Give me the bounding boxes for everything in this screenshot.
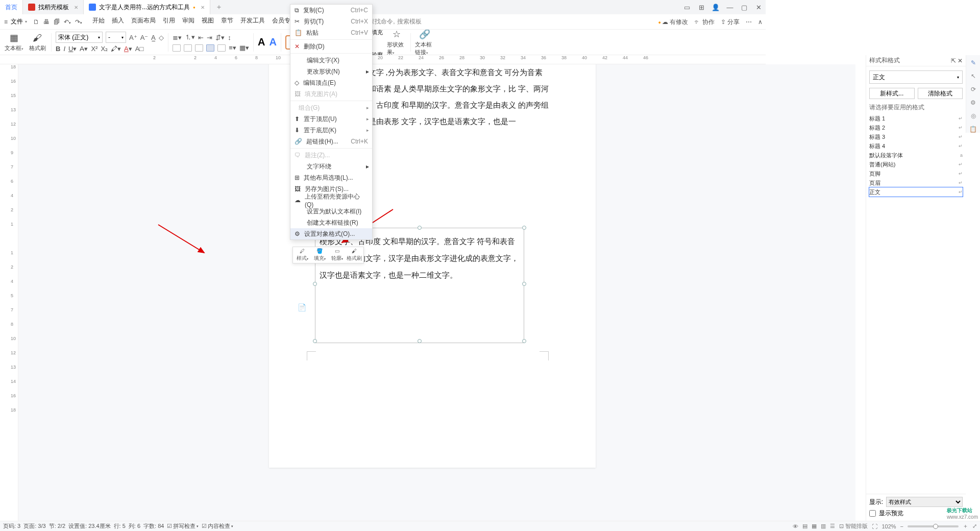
text-black-a[interactable]: A	[258, 36, 265, 48]
ctx-edit-vertex[interactable]: ◇编辑顶点(E)	[290, 77, 372, 88]
paste-icon: 📋	[295, 29, 302, 36]
layout-icon[interactable]: ▭	[682, 4, 692, 11]
undo-icon[interactable]: ↶▾	[64, 18, 71, 26]
align-center[interactable]	[184, 44, 192, 52]
indent-dec[interactable]: ⇤	[198, 34, 204, 41]
handle-ml[interactable]	[313, 282, 317, 286]
ctx-upload[interactable]: ☁上传至稻壳资源中心(Q)	[290, 195, 372, 206]
text-dir[interactable]: ⇵▾	[215, 34, 225, 41]
search-cmd[interactable]: 查找命令,	[369, 17, 395, 26]
maximize-icon[interactable]: ▢	[739, 4, 749, 11]
ctx-format[interactable]: ⚙设置对象格式(O)...	[290, 228, 372, 239]
underline[interactable]: U▾	[68, 45, 77, 53]
font-select[interactable]: 宋体 (正文)▾	[56, 32, 103, 43]
file-menu[interactable]: 文件▾	[11, 17, 27, 26]
minimize-icon[interactable]: —	[725, 4, 735, 11]
align-dist[interactable]	[217, 44, 226, 52]
print-icon[interactable]: 🖶	[43, 18, 50, 26]
tab-document[interactable]: 文字是人类用符...远的方式和工具●✕	[84, 0, 210, 14]
handle-tr[interactable]	[522, 226, 526, 230]
avatar-icon[interactable]: 👤	[710, 4, 721, 11]
ctx-paste[interactable]: 📋粘贴Ctrl+V	[290, 27, 372, 38]
menu-start[interactable]: 开始	[92, 16, 105, 27]
menu-layout[interactable]: 页面布局	[131, 16, 156, 27]
mini-style[interactable]: 🖊样式▾	[294, 248, 310, 262]
handle-mr[interactable]	[522, 282, 526, 286]
tab-home[interactable]: 首页	[0, 0, 23, 14]
subscript[interactable]: X₂	[101, 45, 108, 53]
shrink-font[interactable]: A⁻	[140, 34, 149, 41]
ctx-bottom[interactable]: ⬇置于底层(K)▸	[290, 125, 372, 136]
bullets[interactable]: ≣▾	[173, 34, 182, 41]
bold[interactable]: B	[56, 45, 60, 53]
highlight[interactable]: 🖍▾	[111, 45, 121, 53]
close-icon[interactable]: ✕	[74, 5, 78, 10]
cut-icon: ✂	[295, 18, 300, 25]
grid-icon[interactable]: ⊞	[696, 4, 706, 11]
menu-dev[interactable]: 开发工具	[240, 16, 265, 27]
search-tpl[interactable]: 搜索模板	[397, 17, 422, 26]
mini-fmt[interactable]: 🖌格式刷	[346, 248, 362, 262]
ctx-hyperlink[interactable]: 🔗超链接(H)...Ctrl+K	[290, 136, 372, 147]
handle-bl[interactable]	[313, 339, 317, 343]
menu-review[interactable]: 审阅	[182, 16, 194, 27]
share[interactable]: ⇪ 分享	[721, 18, 740, 27]
ctx-delete[interactable]: ✕删除(D)	[290, 41, 372, 52]
font-color[interactable]: A▾	[124, 45, 132, 53]
font-caps[interactable]: A̲	[151, 34, 156, 41]
menu-icon[interactable]: ≡	[4, 18, 8, 26]
coop[interactable]: ᯤ 协作	[694, 18, 714, 27]
ctx-edit-text[interactable]: 编辑文字(X)	[290, 55, 372, 66]
ctx-change-shape[interactable]: 更改形状(N)▸	[290, 66, 372, 77]
sort[interactable]: ↕	[228, 34, 231, 41]
shading[interactable]: ▦▾	[239, 44, 249, 52]
add-tab[interactable]: ＋	[210, 3, 228, 12]
ctx-cut[interactable]: ✂剪切(T)Ctrl+X	[290, 16, 372, 27]
preview-icon[interactable]: 🗐	[54, 18, 60, 26]
handle-bc[interactable]	[418, 339, 422, 343]
ctx-more-layout[interactable]: ⊞其他布局选项(L)...	[290, 172, 372, 183]
numbering[interactable]: ⒈▾	[185, 33, 195, 42]
close-icon[interactable]: ✕	[201, 5, 205, 10]
format-brush-btn[interactable]: 🖌格式刷	[28, 33, 47, 52]
redo-icon[interactable]: ↷▾	[75, 18, 82, 26]
indent-inc[interactable]: ⇥	[207, 34, 212, 41]
menu-view[interactable]: 视图	[202, 16, 214, 27]
tab-template[interactable]: 找稻壳模板✕	[23, 0, 84, 14]
close-window-icon[interactable]: ✕	[753, 4, 764, 11]
align-left[interactable]	[173, 44, 181, 52]
text-blue-a[interactable]: A	[269, 36, 276, 48]
save-icon[interactable]: 🗋	[33, 18, 39, 26]
strike[interactable]: A̶▾	[80, 45, 88, 53]
char-border[interactable]: A□	[135, 45, 144, 53]
ctx-create-link[interactable]: 创建文本框链接(R)	[290, 217, 372, 228]
menu-insert[interactable]: 插入	[112, 16, 124, 27]
textbox-link[interactable]: 🔗文本框链接▾	[415, 29, 434, 56]
clear-fmt[interactable]: ◇	[159, 34, 164, 41]
menu-chapter[interactable]: 章节	[221, 16, 233, 27]
line-space[interactable]: ≡▾	[229, 44, 236, 52]
ctx-copy[interactable]: ⧉复制(C)Ctrl+C	[290, 5, 372, 16]
mini-outline[interactable]: ▭轮廓▾	[329, 248, 345, 262]
handle-tc[interactable]	[418, 226, 422, 230]
handle-br[interactable]	[522, 339, 526, 343]
more-icon[interactable]: ⋯	[746, 18, 752, 26]
mini-fill[interactable]: 🪣填充▾	[311, 248, 328, 262]
menu-ref[interactable]: 引用	[163, 16, 175, 27]
collapse-icon[interactable]: ∧	[758, 18, 763, 26]
italic[interactable]: I	[63, 45, 65, 53]
ctx-wrap[interactable]: 文字环绕▸	[290, 161, 372, 172]
textbox-selected[interactable]: 楔形文字、古印度 文和早期的汉字。意音文字 符号和表音的声旁组成的文字，汉字是由…	[315, 228, 524, 343]
align-justify[interactable]	[206, 44, 214, 52]
front-icon: ⬆	[295, 115, 300, 123]
brush-icon: 🖊	[300, 248, 305, 254]
align-right[interactable]	[195, 44, 203, 52]
has-modify[interactable]: ●☁ 有修改	[658, 18, 689, 27]
grow-font[interactable]: A⁺	[129, 34, 137, 41]
shape-effect[interactable]: ☆形状效果▾	[387, 29, 406, 56]
layout-icon: ⊞	[295, 174, 300, 181]
superscript[interactable]: X²	[91, 45, 97, 53]
textbox-btn[interactable]: ▦文本框▾	[4, 32, 23, 52]
size-select[interactable]: -▾	[106, 32, 126, 43]
ctx-top[interactable]: ⬆置于顶层(U)▸	[290, 113, 372, 125]
